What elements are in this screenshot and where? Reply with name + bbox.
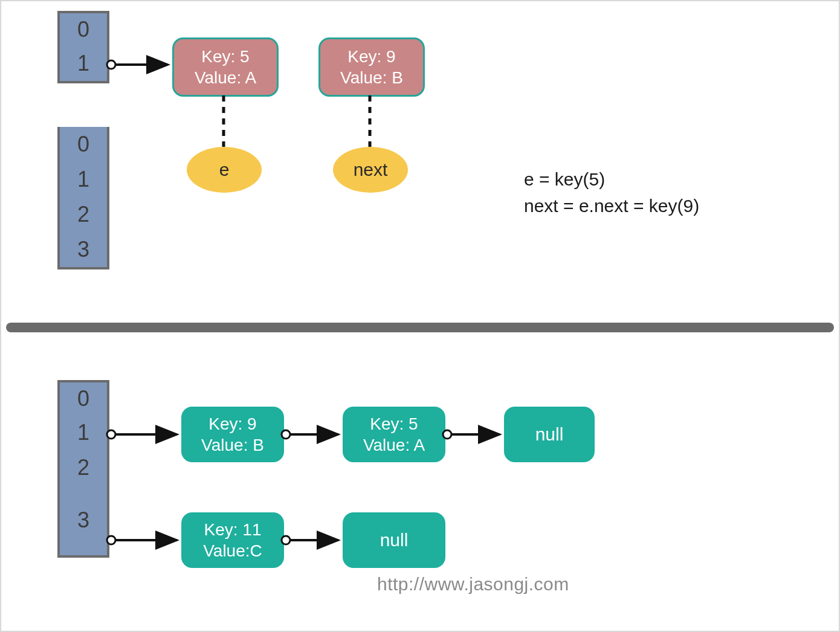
top-big-array-cell-3: 3 — [57, 232, 109, 269]
top-small-array-cell-0: 0 — [57, 11, 109, 48]
bottom-array-cell-1: 1 — [57, 415, 109, 453]
node-value-line: Value: B — [201, 434, 264, 456]
top-small-array-cell-1: 1 — [57, 46, 109, 83]
bottom-row1-node-key9: Key: 9 Value: B — [181, 407, 284, 462]
watermark-text: http://www.jasongj.com — [377, 574, 569, 595]
node-value-line: Value: B — [340, 67, 403, 88]
bottom-row1-node-key5: Key: 5 Value: A — [343, 407, 445, 462]
node-value-line: Value: A — [195, 67, 256, 88]
top-node-key9: Key: 9 Value: B — [318, 37, 425, 97]
bottom-array-cell-2: 2 — [57, 450, 109, 488]
annotation-block: e = key(5) next = e.next = key(9) — [524, 166, 699, 219]
oval-e: e — [187, 147, 262, 193]
bottom-row1-null: null — [504, 407, 595, 462]
node-key-line: Key: 9 — [347, 46, 395, 67]
top-big-array-cell-0: 0 — [57, 127, 109, 164]
diagram-stage: 0 1 0 1 2 3 Key: 5 Value: A Key: 9 Value… — [0, 0, 840, 632]
bottom-array-cell-3: 3 — [57, 485, 109, 558]
divider-bar — [6, 323, 834, 332]
node-key-line: Key: 9 — [208, 413, 256, 434]
bottom-row3-null: null — [343, 512, 445, 568]
oval-next: next — [333, 147, 408, 193]
annotation-line-2: next = e.next = key(9) — [524, 193, 699, 219]
top-big-array-cell-1: 1 — [57, 162, 109, 199]
top-big-array-cell-2: 2 — [57, 197, 109, 234]
node-key-line: Key: 5 — [201, 46, 249, 67]
bottom-row3-node-key11: Key: 11 Value:C — [181, 512, 284, 568]
top-node-key5: Key: 5 Value: A — [172, 37, 279, 97]
node-key-line: Key: 11 — [204, 519, 262, 540]
bottom-array-cell-0: 0 — [57, 380, 109, 418]
node-value-line: Value:C — [203, 540, 262, 561]
annotation-line-1: e = key(5) — [524, 166, 699, 193]
node-value-line: Value: A — [363, 434, 425, 456]
node-key-line: Key: 5 — [370, 413, 418, 434]
